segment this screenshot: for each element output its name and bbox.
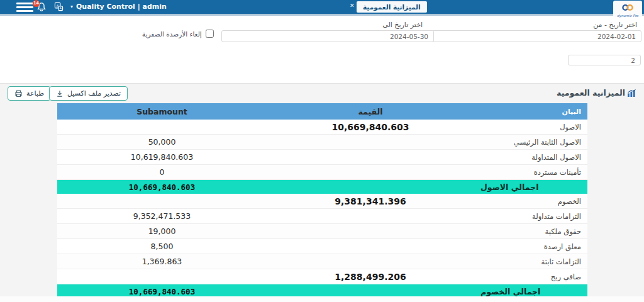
row-label: صافي ربح — [474, 272, 587, 281]
row-subamount: 50,000 — [57, 137, 267, 147]
tab-close-icon[interactable]: ✕ — [350, 3, 355, 9]
print-button-label: طباعة — [26, 89, 44, 98]
tab-balance-sheet[interactable]: الميزانية العمومية — [357, 1, 427, 13]
row-label: اجمالي الخصوم — [474, 287, 587, 296]
row-subamount: 9,352,471.533 — [57, 211, 267, 221]
table-row: حقوق ملكية 19,000 — [57, 224, 587, 239]
row-label: التزامات ثابتة — [474, 257, 587, 266]
row-label: معلق ارصدة — [474, 242, 587, 251]
export-button-label: تصدير ملف اكسيل — [67, 89, 121, 98]
page-title: الميزانية العمومية — [557, 88, 636, 98]
zero-balances-label: إلغاء الأرصدة الصفرية — [142, 30, 202, 38]
logo-infinity-icon — [616, 4, 640, 11]
table-row: الاصول المتداولة 10,619,840.603 — [57, 150, 587, 165]
printer-icon — [14, 89, 23, 98]
table-row: التزامات ثابتة 1,369.863 — [57, 254, 587, 269]
row-label: التزامات متداولة — [474, 212, 587, 221]
hamburger-bar — [16, 6, 33, 8]
row-label: الاصول — [474, 123, 587, 131]
date-to-input[interactable] — [221, 30, 434, 42]
small-number-input[interactable] — [568, 55, 641, 65]
row-subamount: 0 — [57, 167, 267, 177]
top-navigation-bar: 14 ع A ▾ Quality Control | admin ✕ الميز… — [0, 0, 644, 14]
row-subamount: 8,500 — [57, 242, 267, 251]
chart-icon — [627, 89, 636, 97]
notification-badge: 14 — [33, 0, 40, 7]
report-content-area: طباعة تصدير ملف اكسيل الميزانية العمومية… — [0, 84, 644, 302]
row-value: 1,288,499.206 — [267, 272, 474, 282]
row-subamount: 10,619,840.603 — [57, 152, 267, 162]
svg-text:A: A — [60, 6, 62, 10]
header-statement: البيان — [474, 108, 587, 116]
row-value: 10,669,840.603 — [267, 122, 474, 132]
hamburger-bar — [16, 10, 33, 12]
table-row: تأمينات مستردة 0 — [57, 165, 587, 180]
table-total-row: اجمالي الاصول 10,669,840.603 — [57, 180, 587, 194]
row-label: حقوق ملكية — [474, 227, 587, 236]
topbar-divider — [0, 14, 644, 16]
date-from-label: اختر تاريخ - من — [593, 21, 637, 29]
user-menu-label: Quality Control | admin — [76, 0, 167, 14]
chevron-down-icon: ▾ — [70, 0, 73, 14]
row-label: تأمينات مستردة — [474, 168, 587, 177]
row-subamount: 1,369.863 — [57, 257, 267, 266]
table-row: الاصول 10,669,840.603 — [57, 120, 587, 135]
table-row: معلق ارصدة 8,500 — [57, 239, 587, 254]
user-account-menu[interactable]: ▾ Quality Control | admin — [70, 0, 167, 14]
date-from-input[interactable] — [431, 30, 641, 42]
row-subamount: 19,000 — [57, 226, 267, 236]
print-button[interactable]: طباعة — [8, 86, 51, 101]
zero-balances-option: إلغاء الأرصدة الصفرية — [142, 30, 214, 38]
row-value: 9,381,341.396 — [267, 196, 474, 206]
row-subamount: 10,669,840.603 — [57, 182, 267, 192]
download-icon — [56, 90, 64, 98]
app-logo: dynamic Pro — [613, 1, 642, 17]
export-excel-button[interactable]: تصدير ملف اكسيل — [49, 86, 128, 101]
row-subamount: 10,669,840.603 — [57, 287, 267, 296]
page-title-text: الميزانية العمومية — [557, 88, 625, 98]
table-row: صافي ربح 1,288,499.206 — [57, 269, 587, 284]
table-row: الخصوم 9,381,341.396 — [57, 194, 587, 209]
date-to-label: اختر تاريخ الى — [382, 21, 423, 29]
header-value: القيمة — [267, 107, 474, 116]
header-subamount: Subamount — [57, 107, 267, 116]
table-header-row: البيان القيمة Subamount — [57, 103, 587, 120]
table-row: التزامات متداولة 9,352,471.533 — [57, 209, 587, 224]
balance-sheet-table: البيان القيمة Subamount الاصول 10,669,84… — [57, 103, 587, 298]
hamburger-bar — [16, 3, 33, 4]
bottom-strip — [0, 296, 644, 302]
row-label: الاصول الثابتة الرئيسي — [474, 138, 587, 147]
row-label: اجمالي الاصول — [474, 182, 587, 192]
hamburger-menu-icon[interactable] — [16, 3, 33, 12]
filters-panel: اختر تاريخ - من اختر تاريخ الى إلغاء الأ… — [0, 16, 644, 84]
logo-text: dynamic Pro — [613, 14, 642, 18]
language-translate-icon[interactable]: ع A — [54, 2, 64, 14]
row-label: الخصوم — [474, 197, 587, 206]
table-row: الاصول الثابتة الرئيسي 50,000 — [57, 135, 587, 150]
row-label: الاصول المتداولة — [474, 153, 587, 162]
zero-balances-checkbox[interactable] — [206, 30, 214, 38]
